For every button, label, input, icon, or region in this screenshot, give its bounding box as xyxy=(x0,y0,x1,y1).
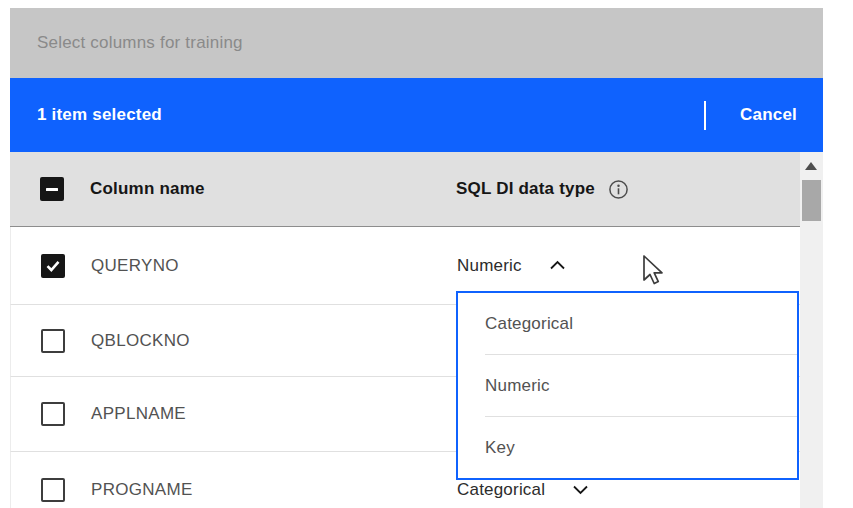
datatype-value: Categorical xyxy=(457,480,545,500)
info-icon[interactable] xyxy=(608,179,629,200)
divider xyxy=(704,101,706,130)
select-all-checkbox[interactable] xyxy=(40,177,64,201)
chevron-down-icon xyxy=(572,484,589,495)
row-checkbox-applname[interactable] xyxy=(41,402,65,426)
column-header-datatype: SQL DI data type xyxy=(456,152,629,226)
cancel-button[interactable]: Cancel xyxy=(740,78,797,152)
selected-count-label: 1 item selected xyxy=(37,105,162,125)
vertical-scrollbar[interactable] xyxy=(800,152,823,508)
batch-action-bar: 1 item selected Cancel xyxy=(10,78,823,152)
dropdown-option-numeric[interactable]: Numeric xyxy=(458,355,797,416)
chevron-up-icon xyxy=(549,260,566,271)
scroll-up-arrow-icon[interactable] xyxy=(805,162,817,170)
row-checkbox-progname[interactable] xyxy=(41,478,65,502)
filter-input[interactable]: Select columns for training xyxy=(10,8,823,78)
row-label: APPLNAME xyxy=(91,377,186,451)
column-selection-panel: Select columns for training 1 item selec… xyxy=(0,0,853,508)
dropdown-option-key[interactable]: Key xyxy=(458,417,797,478)
row-checkbox-queryno[interactable] xyxy=(41,254,65,278)
datatype-value: Numeric xyxy=(457,256,522,276)
filter-placeholder: Select columns for training xyxy=(37,33,243,53)
column-header-datatype-label: SQL DI data type xyxy=(456,179,595,199)
row-checkbox-qblockno[interactable] xyxy=(41,329,65,353)
column-header-name: Column name xyxy=(90,152,205,226)
row-label: PROGNAME xyxy=(91,452,193,508)
dropdown-option-categorical[interactable]: Categorical xyxy=(458,293,797,354)
row-label: QUERYNO xyxy=(91,227,179,304)
indeterminate-mark-icon xyxy=(46,188,58,191)
table-header: Column name SQL DI data type xyxy=(10,152,800,227)
scrollbar-thumb[interactable] xyxy=(802,180,821,221)
row-label: QBLOCKNO xyxy=(91,305,190,376)
check-icon xyxy=(45,259,61,273)
datatype-dropdown-menu: Categorical Numeric Key xyxy=(456,291,799,480)
